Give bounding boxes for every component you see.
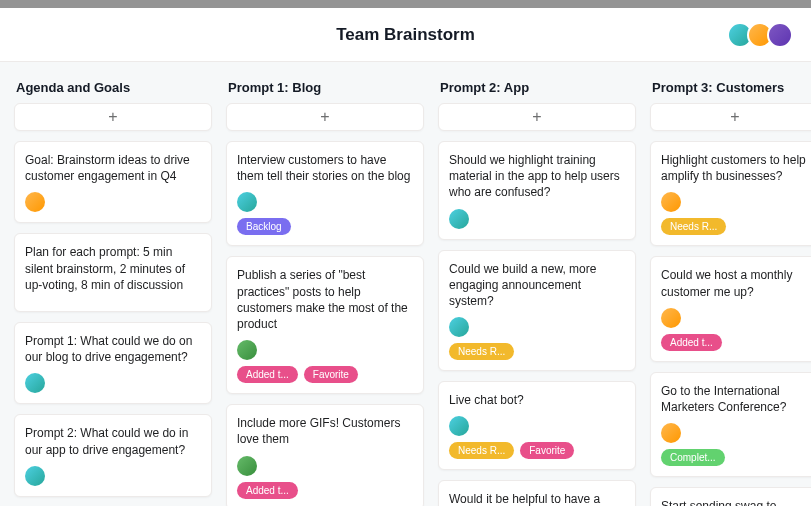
header-avatars[interactable] (733, 22, 793, 48)
column: Prompt 2: App+Should we highlight traini… (438, 80, 636, 488)
assignee-avatar[interactable] (449, 416, 469, 436)
card[interactable]: Prompt 2: What could we do in our app to… (14, 414, 212, 496)
board[interactable]: Agenda and Goals+Goal: Brainstorm ideas … (0, 62, 811, 506)
assignee-avatar[interactable] (661, 192, 681, 212)
column: Agenda and Goals+Goal: Brainstorm ideas … (14, 80, 212, 488)
tag[interactable]: Favorite (520, 442, 574, 459)
tag[interactable]: Needs R... (661, 218, 726, 235)
assignee-avatar[interactable] (661, 308, 681, 328)
tag[interactable]: Needs R... (449, 442, 514, 459)
card-text: Plan for each prompt: 5 min silent brain… (25, 244, 201, 293)
card-text: Prompt 2: What could we do in our app to… (25, 425, 201, 457)
card[interactable]: Publish a series of "best practices" pos… (226, 256, 424, 394)
assignee-avatar[interactable] (237, 456, 257, 476)
card-text: Go to the International Marketers Confer… (661, 383, 809, 415)
column-title: Prompt 2: App (438, 80, 636, 95)
tag[interactable]: Added t... (237, 482, 298, 499)
add-card-button[interactable]: + (14, 103, 212, 131)
window-top-strip (0, 0, 811, 8)
card[interactable]: Could we build a new, more engaging anno… (438, 250, 636, 372)
assignee-avatar[interactable] (449, 209, 469, 229)
card[interactable]: Should we highlight training material in… (438, 141, 636, 240)
tag[interactable]: Complet... (661, 449, 725, 466)
plus-icon: + (320, 109, 329, 125)
card-text: Goal: Brainstorm ideas to drive customer… (25, 152, 201, 184)
card-text: Should we highlight training material in… (449, 152, 625, 201)
card[interactable]: Plan for each prompt: 5 min silent brain… (14, 233, 212, 312)
card[interactable]: Prompt 1: What could we do on our blog t… (14, 322, 212, 404)
tag[interactable]: Added t... (661, 334, 722, 351)
card[interactable]: Interview customers to have them tell th… (226, 141, 424, 246)
assignee-avatar[interactable] (237, 340, 257, 360)
assignee-avatar[interactable] (25, 192, 45, 212)
add-card-button[interactable]: + (438, 103, 636, 131)
card[interactable]: Live chat bot?Needs R...Favorite (438, 381, 636, 470)
card-text: Could we build a new, more engaging anno… (449, 261, 625, 310)
card[interactable]: Go to the International Marketers Confer… (650, 372, 811, 477)
card-text: Would it be helpful to have a mascot or … (449, 491, 625, 506)
tag[interactable]: Backlog (237, 218, 291, 235)
card[interactable]: Could we host a monthly customer me up?A… (650, 256, 811, 361)
card[interactable]: Include more GIFs! Customers love themAd… (226, 404, 424, 506)
card-text: Publish a series of "best practices" pos… (237, 267, 413, 332)
tag[interactable]: Needs R... (449, 343, 514, 360)
add-card-button[interactable]: + (650, 103, 811, 131)
card-text: Could we host a monthly customer me up? (661, 267, 809, 299)
card-text: Highlight customers to help amplify th b… (661, 152, 809, 184)
card-text: Start sending swag to customers? (661, 498, 809, 506)
add-card-button[interactable]: + (226, 103, 424, 131)
assignee-avatar[interactable] (449, 317, 469, 337)
header: Team Brainstorm (0, 8, 811, 62)
assignee-avatar[interactable] (25, 373, 45, 393)
assignee-avatar[interactable] (25, 466, 45, 486)
plus-icon: + (108, 109, 117, 125)
card-text: Prompt 1: What could we do on our blog t… (25, 333, 201, 365)
page-title: Team Brainstorm (336, 25, 475, 45)
tag[interactable]: Added t... (237, 366, 298, 383)
card[interactable]: Goal: Brainstorm ideas to drive customer… (14, 141, 212, 223)
card-text: Live chat bot? (449, 392, 625, 408)
assignee-avatar[interactable] (661, 423, 681, 443)
card[interactable]: Would it be helpful to have a mascot or … (438, 480, 636, 506)
tag[interactable]: Favorite (304, 366, 358, 383)
column-title: Prompt 1: Blog (226, 80, 424, 95)
assignee-avatar[interactable] (237, 192, 257, 212)
column: Prompt 1: Blog+Interview customers to ha… (226, 80, 424, 488)
column-title: Agenda and Goals (14, 80, 212, 95)
column: Prompt 3: Customers+Highlight customers … (650, 80, 811, 488)
card-text: Interview customers to have them tell th… (237, 152, 413, 184)
card[interactable]: Start sending swag to customers?Needs R.… (650, 487, 811, 506)
avatar[interactable] (767, 22, 793, 48)
column-title: Prompt 3: Customers (650, 80, 811, 95)
plus-icon: + (730, 109, 739, 125)
card[interactable]: Highlight customers to help amplify th b… (650, 141, 811, 246)
plus-icon: + (532, 109, 541, 125)
card-text: Include more GIFs! Customers love them (237, 415, 413, 447)
